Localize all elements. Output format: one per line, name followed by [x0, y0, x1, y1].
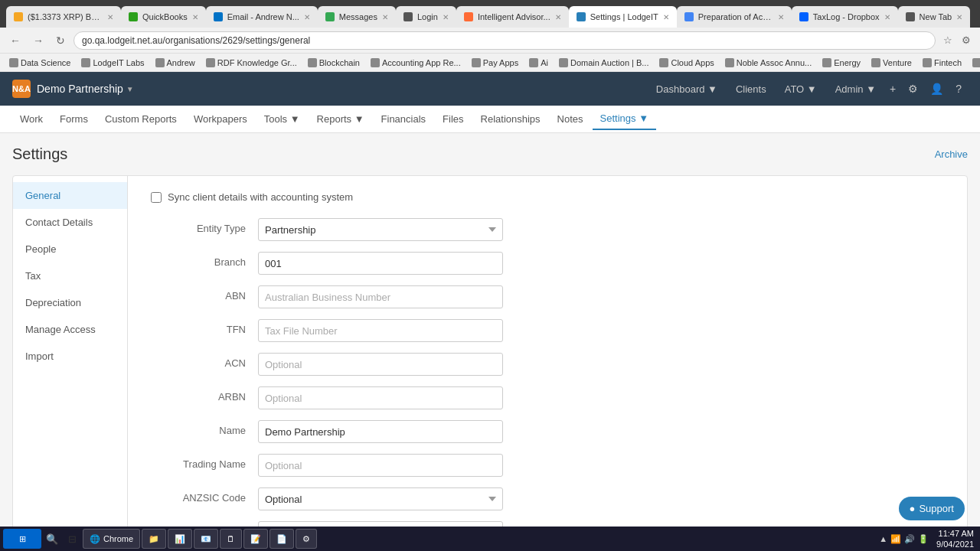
- bookmark-2[interactable]: Andrew: [151, 57, 200, 69]
- bookmark-13[interactable]: Fintech: [918, 57, 966, 69]
- forward-button[interactable]: →: [29, 33, 47, 48]
- tab-close-tab3[interactable]: ✕: [304, 13, 310, 21]
- org-chevron[interactable]: ▼: [126, 85, 134, 93]
- trading-name-label: Trading Name: [151, 454, 258, 470]
- tab-close-tab1[interactable]: ✕: [107, 13, 113, 21]
- browser-tab-tab6[interactable]: Intelligent Advisor... ✕: [456, 6, 569, 28]
- sidebar-item-import[interactable]: Import: [13, 343, 127, 370]
- tray-battery-icon[interactable]: 🔋: [918, 534, 929, 544]
- taskbar-clock[interactable]: 11:47 AM 9/04/2021: [936, 528, 977, 550]
- tab-close-tab4[interactable]: ✕: [382, 13, 388, 21]
- start-button[interactable]: ⊞: [3, 529, 41, 549]
- extensions-button[interactable]: ⚙: [959, 33, 974, 48]
- subnav-relationships[interactable]: Relationships: [473, 109, 548, 129]
- org-badge[interactable]: N&A: [12, 80, 31, 98]
- nav-ato[interactable]: ATO ▼: [777, 80, 825, 98]
- anzsic-select[interactable]: Optional: [258, 487, 503, 510]
- acn-input[interactable]: [258, 353, 503, 376]
- tab-close-tab5[interactable]: ✕: [443, 13, 449, 21]
- tfn-input[interactable]: [258, 319, 503, 342]
- name-input[interactable]: [258, 420, 503, 443]
- anzsic-control: Optional: [258, 487, 503, 510]
- sidebar-item-people[interactable]: People: [13, 236, 127, 262]
- taskbar-app-notepad[interactable]: 🗒: [220, 529, 242, 549]
- subnav-reports[interactable]: Reports ▼: [309, 109, 372, 129]
- bookmark-5[interactable]: Accounting App Re...: [366, 57, 466, 69]
- taskbar-app-acrobat[interactable]: 📄: [270, 529, 294, 549]
- subnav-settings[interactable]: Settings ▼: [593, 108, 656, 130]
- browser-tab-tab8[interactable]: Preparation of Acc... ✕: [677, 6, 792, 28]
- subnav-work[interactable]: Work: [12, 109, 51, 129]
- browser-tab-tab1[interactable]: ($1.3373 XRP) Buy... ✕: [6, 6, 121, 28]
- org-name[interactable]: Demo Partnership: [37, 83, 123, 95]
- sync-checkbox[interactable]: [151, 192, 162, 203]
- taskbar-app-mail[interactable]: 📧: [194, 529, 218, 549]
- browser-tab-tab7[interactable]: Settings | LodgeIT ✕: [569, 6, 677, 28]
- tray-network-icon[interactable]: 📶: [890, 534, 901, 544]
- sidebar-item-contact-details[interactable]: Contact Details: [13, 209, 127, 236]
- tab-close-tab7[interactable]: ✕: [663, 13, 669, 21]
- bookmark-12[interactable]: Venture: [867, 57, 916, 69]
- branch-input[interactable]: [258, 252, 503, 275]
- tab-close-tab8[interactable]: ✕: [778, 13, 784, 21]
- bookmark-11[interactable]: Energy: [818, 57, 865, 69]
- sidebar-item-general[interactable]: General: [13, 182, 127, 209]
- browser-tab-tab2[interactable]: QuickBooks ✕: [121, 6, 206, 28]
- browser-tab-tab3[interactable]: Email - Andrew N... ✕: [206, 6, 318, 28]
- browser-tab-tab10[interactable]: New Tab ✕: [898, 6, 971, 28]
- subnav-workpapers[interactable]: Workpapers: [186, 109, 255, 129]
- back-button[interactable]: ←: [6, 33, 24, 48]
- nav-clients[interactable]: Clients: [728, 80, 774, 98]
- abn-label: ABN: [151, 285, 258, 302]
- browser-tab-tab5[interactable]: Login ✕: [396, 6, 456, 28]
- nav-admin[interactable]: Admin ▼: [828, 80, 884, 98]
- header-user-icon[interactable]: 👤: [924, 80, 949, 98]
- entity-type-select[interactable]: Partnership Company Individual Trust SMS…: [258, 218, 503, 241]
- bookmark-3[interactable]: RDF Knowledge Gr...: [201, 57, 302, 69]
- bookmark-6[interactable]: Pay Apps: [467, 57, 523, 69]
- refresh-button[interactable]: ↻: [52, 33, 69, 48]
- nav-dashboard[interactable]: Dashboard ▼: [648, 80, 725, 98]
- tab-close-tab6[interactable]: ✕: [555, 13, 561, 21]
- browser-tab-tab4[interactable]: Messages ✕: [318, 6, 396, 28]
- header-gear-icon[interactable]: ⚙: [902, 80, 924, 98]
- tab-close-tab10[interactable]: ✕: [956, 13, 962, 21]
- bookmark-4[interactable]: Blockchain: [303, 57, 364, 69]
- bookmark-7[interactable]: Ai: [524, 57, 553, 69]
- tray-volume-icon[interactable]: 🔊: [904, 534, 915, 544]
- taskbar-app-word[interactable]: 📝: [243, 529, 268, 549]
- header-help-icon[interactable]: ?: [949, 80, 968, 98]
- abn-input[interactable]: [258, 285, 503, 308]
- bookmark-1[interactable]: LodgeIT Labs: [77, 57, 149, 69]
- browser-tab-tab9[interactable]: TaxLog - Dropbox ✕: [792, 6, 898, 28]
- address-bar[interactable]: [74, 31, 936, 50]
- subnav-files[interactable]: Files: [435, 109, 471, 129]
- tab-close-tab9[interactable]: ✕: [884, 13, 890, 21]
- taskbar-app-excel[interactable]: 📊: [168, 529, 192, 549]
- subnav-tools[interactable]: Tools ▼: [256, 109, 308, 129]
- taskbar-app-explorer[interactable]: 📁: [142, 529, 166, 549]
- bookmark-14[interactable]: ChatApps: [968, 57, 980, 69]
- taskbar-app-settings[interactable]: ⚙: [296, 529, 317, 549]
- arbn-input[interactable]: [258, 386, 503, 409]
- bookmark-9[interactable]: Cloud Apps: [655, 57, 718, 69]
- support-button[interactable]: ● Support: [899, 497, 965, 520]
- taskbar-task-view-icon[interactable]: ⊟: [63, 530, 81, 548]
- star-button[interactable]: ☆: [940, 33, 956, 48]
- bookmark-10[interactable]: Noble Assoc Annu...: [720, 57, 816, 69]
- archive-link[interactable]: Archive: [935, 148, 968, 160]
- bookmark-0[interactable]: Data Science: [5, 57, 75, 69]
- taskbar-search-icon[interactable]: 🔍: [43, 530, 61, 548]
- bookmark-8[interactable]: Domain Auction | B...: [554, 57, 654, 69]
- sidebar-item-depreciation[interactable]: Depreciation: [13, 289, 127, 316]
- sidebar-item-manage-access[interactable]: Manage Access: [13, 316, 127, 343]
- tab-close-tab2[interactable]: ✕: [192, 13, 198, 21]
- subnav-forms[interactable]: Forms: [52, 109, 96, 129]
- trading-name-input[interactable]: [258, 454, 503, 477]
- header-plus-icon[interactable]: +: [884, 80, 902, 98]
- subnav-custom-reports[interactable]: Custom Reports: [97, 109, 185, 129]
- subnav-financials[interactable]: Financials: [374, 109, 434, 129]
- taskbar-app-chrome[interactable]: 🌐 Chrome: [83, 529, 140, 549]
- subnav-notes[interactable]: Notes: [550, 109, 591, 129]
- sidebar-item-tax[interactable]: Tax: [13, 262, 127, 289]
